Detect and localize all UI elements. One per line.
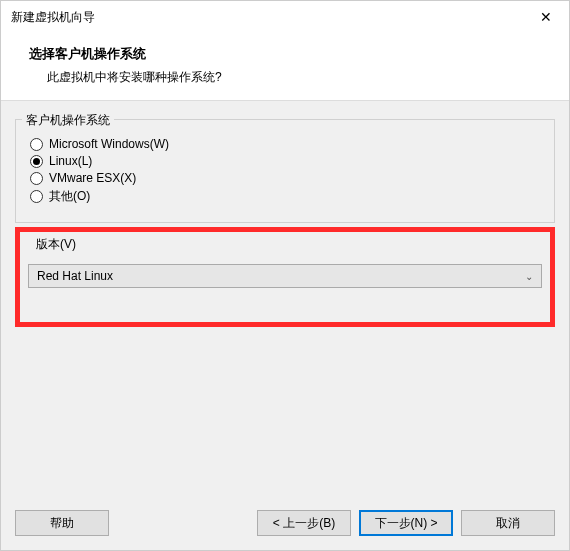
help-button[interactable]: 帮助	[15, 510, 109, 536]
window-title: 新建虚拟机向导	[11, 9, 95, 26]
radio-label: Microsoft Windows(W)	[49, 137, 169, 151]
radio-label: Linux(L)	[49, 154, 92, 168]
wizard-footer: 帮助 < 上一步(B) 下一步(N) > 取消	[1, 500, 569, 550]
os-group-label: 客户机操作系统	[22, 112, 114, 129]
radio-linux[interactable]: Linux(L)	[30, 154, 540, 168]
radio-icon	[30, 138, 43, 151]
page-subtitle: 此虚拟机中将安装哪种操作系统?	[47, 69, 549, 86]
radio-icon	[30, 155, 43, 168]
dropdown-selected: Red Hat Linux	[37, 269, 113, 283]
close-icon: ✕	[540, 9, 552, 25]
page-title: 选择客户机操作系统	[29, 45, 549, 63]
radio-vmware-esx[interactable]: VMware ESX(X)	[30, 171, 540, 185]
close-button[interactable]: ✕	[523, 1, 569, 33]
version-dropdown[interactable]: Red Hat Linux ⌄	[28, 264, 542, 288]
radio-label: VMware ESX(X)	[49, 171, 136, 185]
os-groupbox: 客户机操作系统 Microsoft Windows(W) Linux(L) VM…	[15, 119, 555, 223]
version-groupbox: 版本(V) Red Hat Linux ⌄	[28, 238, 542, 288]
wizard-header: 选择客户机操作系统 此虚拟机中将安装哪种操作系统?	[1, 33, 569, 101]
titlebar: 新建虚拟机向导 ✕	[1, 1, 569, 33]
version-label: 版本(V)	[32, 236, 80, 253]
radio-icon	[30, 190, 43, 203]
radio-icon	[30, 172, 43, 185]
radio-windows[interactable]: Microsoft Windows(W)	[30, 137, 540, 151]
chevron-down-icon: ⌄	[525, 271, 533, 282]
radio-other[interactable]: 其他(O)	[30, 188, 540, 205]
wizard-content: 客户机操作系统 Microsoft Windows(W) Linux(L) VM…	[1, 101, 569, 500]
back-button[interactable]: < 上一步(B)	[257, 510, 351, 536]
version-highlight: 版本(V) Red Hat Linux ⌄	[15, 227, 555, 327]
cancel-button[interactable]: 取消	[461, 510, 555, 536]
wizard-window: 新建虚拟机向导 ✕ 选择客户机操作系统 此虚拟机中将安装哪种操作系统? 客户机操…	[0, 0, 570, 551]
next-button[interactable]: 下一步(N) >	[359, 510, 453, 536]
radio-label: 其他(O)	[49, 188, 90, 205]
